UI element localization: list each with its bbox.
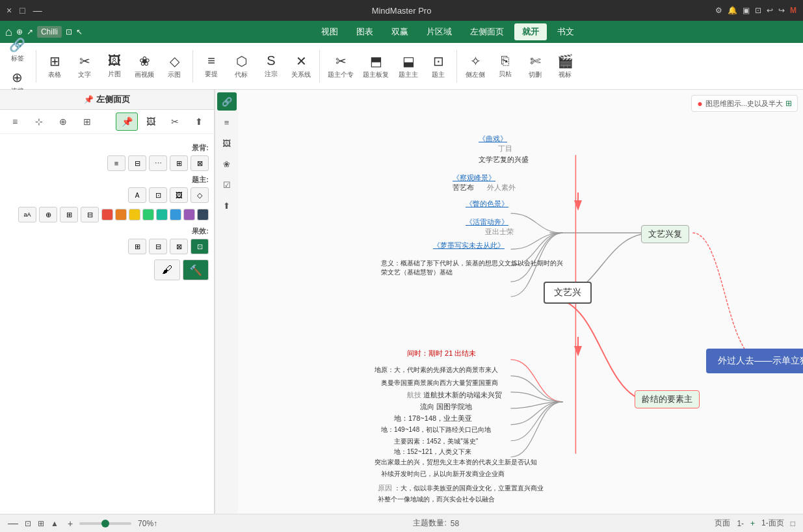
strip-image[interactable]: 🖼	[217, 134, 237, 152]
branch-guancha: 《察观峰景》 苦艺布 外人素外	[453, 173, 516, 193]
main-content: 📌 左侧面页 ≡ ⊹ ⊕ ⊞ 📌 🖼 ✂ ⬆ 景背: ≡ ⊟ ⋯ ⊞ ⊠	[0, 90, 803, 514]
add-page-btn[interactable]: +	[750, 519, 755, 528]
zoom-in-btn[interactable]: +	[68, 518, 73, 529]
menu-chart[interactable]: 图表	[349, 23, 381, 40]
toolbar-sidebar-left[interactable]: ✧ 侧左侧	[461, 51, 490, 82]
layout-extra[interactable]: ⊠	[191, 155, 209, 171]
panel-tool-clip[interactable]: ✂	[164, 113, 186, 131]
toolbar-main-topic[interactable]: ⬓ 题主主	[394, 51, 423, 82]
layout-list1[interactable]: ≡	[107, 155, 125, 171]
branch-luomu: 《萝墨写实未去从此》	[433, 241, 505, 250]
swatch-green[interactable]	[142, 209, 154, 220]
toolbar-relation[interactable]: ✕ 关系线	[287, 51, 315, 82]
toolbar-code[interactable]: ⬡ 代标	[227, 51, 256, 82]
statusbar-left: — ⊡ ⊞ ▲ + 70%↑	[8, 518, 157, 529]
page-nav[interactable]: 1-面页	[761, 518, 784, 529]
effect-grid2[interactable]: ⊟	[149, 239, 167, 254]
swatch-orange[interactable]	[115, 209, 127, 220]
eraser-btn[interactable]: ◇	[191, 187, 209, 203]
chilli-label: Chilli	[37, 26, 62, 38]
highlight-node[interactable]: 外过人去——示单立独史以及半大	[706, 349, 803, 373]
window-icon: □	[791, 519, 795, 528]
panel-tool-1[interactable]: ≡	[4, 113, 26, 131]
strip-tag[interactable]: ❀	[217, 155, 237, 173]
menu-text[interactable]: 书文	[549, 23, 582, 40]
relation-icon: ✕	[296, 53, 307, 69]
brand-color-btn[interactable]: ⊕	[39, 207, 57, 222]
toolbar-preview[interactable]: 🎬 视标	[551, 51, 579, 82]
strip-check[interactable]: ☑	[217, 176, 237, 194]
toolbar-image[interactable]: 🖼 片图	[100, 51, 129, 81]
split-icon[interactable]: ⊡	[66, 27, 72, 36]
menu-dual[interactable]: 双赢	[384, 23, 416, 40]
toolbar-topic[interactable]: ⊡ 题主	[424, 51, 453, 82]
strip-upload[interactable]: ⬆	[217, 196, 237, 215]
fit-screen-btn[interactable]: ⊡	[25, 519, 31, 528]
brush-btn2[interactable]: 🔨	[183, 259, 209, 280]
layout-mini2[interactable]: ⊟	[81, 207, 99, 222]
panel-tool-4[interactable]: ⊞	[76, 113, 98, 131]
swatch-yellow[interactable]	[129, 209, 140, 220]
layout-mini1[interactable]: ⊞	[60, 207, 78, 222]
expand-icon[interactable]: ⊞	[785, 99, 792, 108]
toolbar-note[interactable]: ≡ 要提	[197, 51, 226, 81]
panel-tool-2[interactable]: ⊹	[28, 113, 50, 131]
close-button[interactable]: ×	[7, 5, 12, 16]
panel-tool-3[interactable]: ⊕	[52, 113, 74, 131]
panel-tool-pin[interactable]: 📌	[116, 113, 138, 131]
layout-grid4[interactable]: ⊞	[170, 155, 188, 171]
effect-grid1[interactable]: ⊞	[128, 239, 146, 254]
panel-tool-upload[interactable]: ⬆	[188, 113, 210, 131]
branch-bucheng: 补续开发时向已，从以向新开发商业企业商	[381, 470, 505, 479]
central-node[interactable]: 文艺兴	[544, 282, 592, 304]
statusbar: — ⊡ ⊞ ▲ + 70%↑ 主题数量: 58 页面 1- + 1-面页 □	[0, 514, 803, 532]
branch-shijian: 间时：期时 21 出结未	[407, 349, 476, 358]
swatch-dark[interactable]	[197, 209, 209, 220]
canvas-area[interactable]: ● 图思维图示...史以及半大 ⊞	[238, 90, 803, 514]
toolbar-annotation[interactable]: S 注宗	[257, 51, 285, 81]
strip-magnet[interactable]: 🔗	[217, 92, 237, 111]
effect-layouts: ⊞ ⊟ ⊠ ⊡	[5, 239, 209, 254]
layout-branch[interactable]: ⋯	[149, 155, 167, 171]
statusbar-right: 页面 1- + 1-面页 □	[715, 518, 795, 529]
menu-region[interactable]: 片区域	[419, 23, 460, 40]
brush-btn1[interactable]: 🖌	[154, 259, 180, 280]
strip-view[interactable]: ≡	[217, 113, 237, 131]
minimize-button[interactable]: —	[33, 5, 42, 16]
menu-view[interactable]: 视图	[313, 23, 346, 40]
zoom-out-btn[interactable]: —	[8, 518, 18, 529]
swatch-purple[interactable]	[183, 209, 195, 220]
menu-sidebar[interactable]: 左侧面页	[462, 23, 512, 40]
full-screen-btn[interactable]: ⊞	[38, 519, 44, 528]
text-box-btn[interactable]: A	[128, 187, 146, 203]
layout-list2[interactable]: ⊟	[128, 155, 146, 171]
toolbar-label-btn[interactable]: 🔗 标签	[5, 34, 29, 66]
effect-grid3[interactable]: ⊠	[170, 239, 188, 254]
shape-btn[interactable]: ⊡	[149, 187, 167, 203]
swatch-blue[interactable]	[170, 209, 181, 220]
toolbar-custom-topic[interactable]: ✂ 题主个专	[324, 51, 358, 82]
toolbar-copy-topic[interactable]: ⬒ 题主板复	[359, 51, 393, 82]
zoom-value: 70%↑	[138, 519, 157, 528]
node-wenyi[interactable]: 文艺兴复	[641, 225, 689, 243]
effect-grid4[interactable]: ⊡	[191, 239, 209, 254]
toolbar-table[interactable]: ⊞ 表格	[40, 51, 69, 82]
swatch-teal[interactable]	[156, 209, 168, 220]
swatch-red[interactable]	[101, 209, 113, 220]
toolbar-diagram[interactable]: ◇ 示图	[160, 51, 189, 82]
pointer-icon[interactable]: ↖	[76, 27, 83, 36]
menu-start[interactable]: 就开	[514, 23, 547, 40]
toolbar-paste[interactable]: ⎘ 贝粘	[491, 51, 520, 81]
topic-icon: ⊡	[433, 53, 444, 69]
toolbar-text[interactable]: ✂ 文字	[70, 51, 99, 82]
maximize-button[interactable]: □	[20, 5, 25, 16]
text-color-btn[interactable]: aA	[18, 207, 36, 222]
window-controls[interactable]: × □ —	[7, 5, 42, 16]
toolbar-cut[interactable]: ✄ 切删	[521, 51, 549, 82]
image-btn[interactable]: 🖼	[170, 187, 188, 203]
zoom-arrow-up: ▲	[51, 519, 59, 528]
toolbar-video[interactable]: ❀ 画视频	[130, 51, 159, 82]
panel-tool-img[interactable]: 🖼	[140, 113, 162, 131]
zoom-slider[interactable]	[79, 522, 131, 525]
node-lingjie[interactable]: 龄结的要素主	[635, 390, 700, 408]
